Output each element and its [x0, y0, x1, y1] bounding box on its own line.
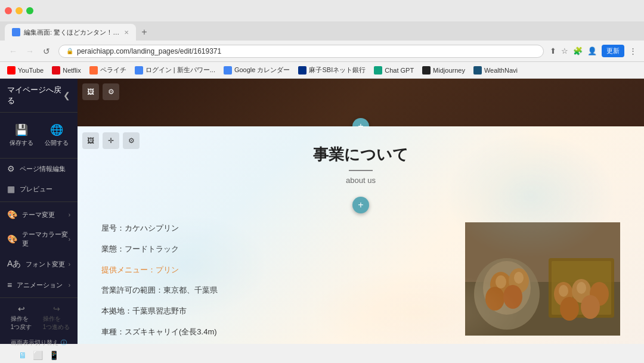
redo-label: 操作を 1つ進める — [43, 315, 70, 331]
tab-close-button[interactable]: ✕ — [124, 29, 129, 36]
sidebar-collapse-button[interactable]: ❮ — [63, 91, 70, 100]
url-text: peraichiapp.com/landing_pages/edit/16193… — [77, 47, 536, 55]
svg-rect-19 — [465, 222, 620, 336]
desktop-icon[interactable]: 🖥 — [18, 350, 27, 360]
redo-icon: ↪ — [53, 304, 60, 314]
sidebar-header-text: マイページへ戻る — [7, 85, 63, 106]
chevron-right-icon-3: › — [69, 261, 70, 268]
bookmark-peraichi[interactable]: ペライチ — [89, 66, 126, 75]
hero-section: 🖼 ⚙ + — [78, 79, 644, 126]
add-content-button[interactable]: + — [352, 197, 369, 213]
publish-action[interactable]: 🌐 公開する — [40, 119, 73, 152]
update-button[interactable]: 更新 — [602, 45, 624, 57]
animation-label: アニメーション — [17, 281, 63, 290]
help-circle-icon[interactable]: ⓘ — [61, 339, 67, 347]
bookmark-midjourney[interactable]: Midjourney — [422, 66, 465, 75]
bookmarks-bar: YouTube Netflix ペライチ ログイン | 新生パワー... Goo… — [0, 62, 644, 79]
about-image-button[interactable]: 🖼 — [82, 132, 99, 149]
screen-toggle-icons: 🖥 ⬜ 📱 — [0, 350, 78, 363]
bookmark-gcal[interactable]: Google カレンダー — [224, 66, 290, 75]
tablet-icon[interactable]: ⬜ — [33, 350, 43, 360]
new-tab-button[interactable]: + — [136, 24, 153, 41]
tab-favicon — [12, 28, 20, 36]
sidebar-item-theme-color[interactable]: 🎨 テーマカラー変更 › — [0, 225, 78, 253]
sidebar-item-page-settings[interactable]: ⚙ ページ情報編集 — [0, 159, 78, 179]
about-divider — [349, 170, 373, 171]
menu-dots-icon[interactable]: ⋮ — [629, 46, 637, 55]
sidebar-item-font[interactable]: Aあ フォント変更 › — [0, 253, 78, 275]
gcal-icon — [224, 66, 232, 75]
sidebar-item-theme[interactable]: 🎨 テーマ変更 › — [0, 204, 78, 225]
about-controls: 🖼 ✛ ⚙ — [82, 132, 140, 149]
page-settings-label: ページ情報編集 — [20, 165, 66, 173]
sidebar-header: マイページへ戻る ❮ — [0, 79, 78, 113]
bookmark-login[interactable]: ログイン | 新生パワー... — [135, 66, 215, 75]
save-action[interactable]: 💾 保存する — [5, 119, 38, 152]
about-section: 🖼 ✛ ⚙ 事業について about us + 屋号：カケハシプリン 業態：フー… — [78, 126, 644, 344]
forward-button[interactable]: → — [24, 46, 36, 56]
bookmark-login-label: ログイン | 新生パワー... — [145, 66, 215, 75]
star-icon[interactable]: ☆ — [561, 46, 568, 55]
undo-label: 操作を 1つ戻す — [11, 315, 32, 331]
about-settings-button[interactable]: ⚙ — [123, 132, 140, 149]
hero-image-button[interactable]: 🖼 — [82, 83, 99, 100]
egg-photo — [465, 222, 620, 336]
bookmark-midjourney-label: Midjourney — [433, 67, 465, 74]
minimize-window-button[interactable] — [16, 7, 23, 14]
url-bar[interactable]: 🔒 peraichiapp.com/landing_pages/edit/161… — [58, 45, 544, 58]
close-window-button[interactable] — [5, 7, 12, 14]
theme-icon: 🎨 — [7, 210, 17, 219]
back-button[interactable]: ← — [7, 46, 19, 56]
reload-button[interactable]: ↺ — [41, 46, 52, 56]
theme-color-label: テーマカラー変更 — [22, 230, 69, 248]
bookmark-netflix[interactable]: Netflix — [52, 66, 81, 75]
bookmark-wealthnavi[interactable]: WealthNavi — [473, 66, 518, 75]
font-icon: Aあ — [7, 259, 21, 269]
screen-toggle-label: 画面表示切り替え — [11, 339, 58, 347]
netflix-icon — [52, 66, 60, 75]
share-icon[interactable]: ⬆ — [550, 46, 556, 55]
sidebar-quick-actions: 💾 保存する 🌐 公開する — [0, 113, 78, 159]
sidebar-menu: ⚙ ページ情報編集 ▦ プレビュー 🎨 テーマ変更 › — [0, 159, 78, 363]
sidebar-item-preview[interactable]: ▦ プレビュー — [0, 179, 78, 199]
peraichi-icon — [89, 66, 98, 75]
hero-settings-button[interactable]: ⚙ — [103, 83, 119, 100]
publish-icon: 🌐 — [50, 123, 63, 136]
redo-button[interactable]: ↪ 操作を 1つ進める — [40, 304, 73, 331]
undo-redo-section: ↩ 操作を 1つ戻す ↪ 操作を 1つ進める — [0, 300, 78, 335]
business-detail-1: 業態：フードトラック — [101, 243, 441, 256]
extension-icon[interactable]: 🧩 — [573, 46, 583, 55]
chevron-right-icon-4: › — [69, 282, 70, 288]
bookmark-peraichi-label: ペライチ — [100, 66, 126, 75]
sidebar-item-animation[interactable]: ≡ アニメーション › — [0, 275, 78, 295]
traffic-lights — [5, 7, 33, 14]
profile-icon[interactable]: 👤 — [587, 46, 597, 55]
undo-button[interactable]: ↩ 操作を 1つ戻す — [5, 304, 38, 331]
lock-icon: 🔒 — [66, 48, 73, 54]
sidebar-divider-2 — [0, 297, 78, 298]
save-icon: 💾 — [15, 123, 28, 136]
midjourney-icon — [422, 66, 431, 75]
bookmark-sbi[interactable]: 麻子SBIネット銀行 — [298, 66, 366, 75]
chatgpt-icon — [374, 66, 382, 75]
page-editor: 🖼 ⚙ + 🖼 ✛ ⚙ 事業について about us + — [78, 79, 644, 344]
chevron-right-icon: › — [69, 212, 70, 218]
hero-controls: 🖼 ⚙ — [82, 83, 119, 100]
maximize-window-button[interactable] — [26, 7, 33, 14]
about-title: 事業について — [101, 144, 620, 165]
about-subtitle: about us — [101, 176, 620, 185]
about-image-container — [465, 222, 620, 337]
screen-toggle-section: 画面表示切り替え ⓘ — [0, 335, 78, 350]
mobile-icon[interactable]: 📱 — [49, 350, 59, 360]
wealthnavi-icon — [473, 66, 482, 75]
youtube-icon — [7, 66, 16, 75]
preview-label: プレビュー — [20, 185, 52, 194]
preview-icon: ▦ — [7, 184, 15, 194]
about-move-button[interactable]: ✛ — [103, 132, 119, 149]
tab-title: 編集画面: 驚くほどカンタン！無料… — [24, 28, 120, 37]
active-tab[interactable]: 編集画面: 驚くほどカンタン！無料… ✕ — [5, 24, 136, 41]
main-content: 🖼 ⚙ + 🖼 ✛ ⚙ 事業について about us + — [78, 79, 644, 344]
bookmark-youtube[interactable]: YouTube — [7, 66, 44, 75]
bookmark-chatgpt[interactable]: Chat GPT — [374, 66, 414, 75]
business-detail-5: 車種：スズキキャリイ(全長3.4m) — [101, 326, 441, 339]
